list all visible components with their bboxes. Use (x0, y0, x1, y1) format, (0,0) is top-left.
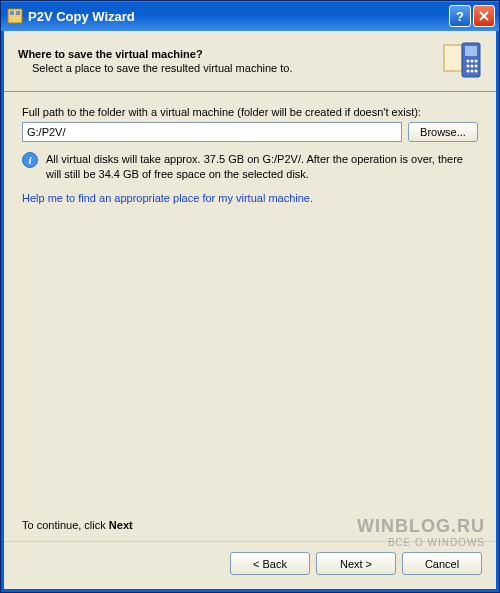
continue-prefix: To continue, click (22, 519, 109, 531)
svg-point-11 (475, 65, 478, 68)
svg-point-10 (471, 65, 474, 68)
svg-point-12 (467, 70, 470, 73)
title-bar[interactable]: P2V Copy Wizard ? (1, 1, 499, 31)
svg-point-8 (475, 60, 478, 63)
wizard-body: Full path to the folder with a virtual m… (4, 92, 496, 541)
svg-point-6 (467, 60, 470, 63)
wizard-footer: < Back Next > Cancel (4, 541, 496, 589)
path-label: Full path to the folder with a virtual m… (22, 106, 478, 118)
continue-text: To continue, click Next (22, 509, 478, 531)
help-button[interactable]: ? (449, 5, 471, 27)
back-button[interactable]: < Back (230, 552, 310, 575)
wizard-window: P2V Copy Wizard ? Where to save the virt… (0, 0, 500, 593)
svg-rect-3 (444, 45, 462, 71)
window-title: P2V Copy Wizard (28, 9, 447, 24)
svg-rect-2 (16, 11, 20, 15)
wizard-header: Where to save the virtual machine? Selec… (4, 31, 496, 92)
svg-rect-1 (10, 11, 14, 15)
help-link[interactable]: Help me to find an appropriate place for… (22, 192, 478, 204)
svg-point-14 (475, 70, 478, 73)
info-text: All virtual disks will take approx. 37.5… (46, 152, 478, 182)
cancel-button[interactable]: Cancel (402, 552, 482, 575)
browse-button[interactable]: Browse... (408, 122, 478, 142)
close-button[interactable] (473, 5, 495, 27)
info-icon: i (22, 152, 38, 168)
header-icon (442, 41, 482, 81)
header-subtitle: Select a place to save the resulted virt… (18, 62, 434, 74)
next-button[interactable]: Next > (316, 552, 396, 575)
header-title: Where to save the virtual machine? (18, 48, 434, 60)
window-content: Where to save the virtual machine? Selec… (1, 31, 499, 592)
svg-point-7 (471, 60, 474, 63)
app-icon (7, 8, 23, 24)
svg-point-9 (467, 65, 470, 68)
svg-point-13 (471, 70, 474, 73)
svg-rect-5 (465, 46, 477, 56)
continue-bold: Next (109, 519, 133, 531)
path-input[interactable] (22, 122, 402, 142)
